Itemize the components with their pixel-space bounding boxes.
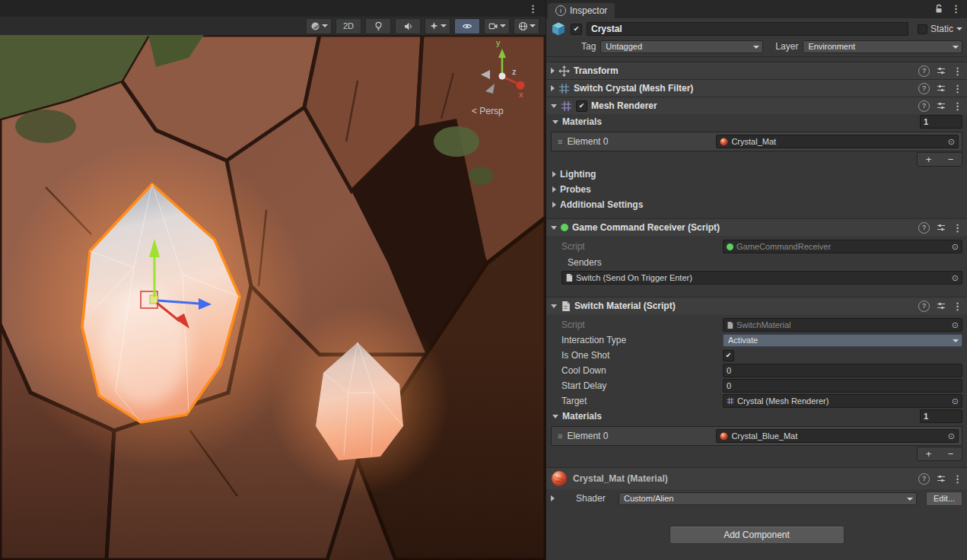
object-picker-icon[interactable]: ⊙ bbox=[952, 397, 959, 406]
more-menu-icon[interactable]: ⋮ bbox=[953, 101, 962, 111]
static-checkbox[interactable] bbox=[918, 24, 927, 34]
tab-inspector[interactable]: i Inspector bbox=[548, 3, 615, 18]
senders-section: Senders bbox=[546, 256, 967, 269]
shader-dropdown[interactable]: Custom/Alien bbox=[619, 492, 917, 505]
inspector-menu-icon[interactable]: ⋮ bbox=[951, 4, 961, 14]
foldout-icon[interactable] bbox=[551, 226, 557, 230]
more-menu-icon[interactable]: ⋮ bbox=[953, 84, 962, 94]
mesh-renderer-enabled-checkbox[interactable]: ✔ bbox=[576, 100, 587, 112]
preset-icon[interactable] bbox=[937, 223, 946, 232]
axis-y-label: y bbox=[496, 38, 501, 47]
layer-dropdown[interactable]: Environment bbox=[803, 40, 962, 53]
more-menu-icon[interactable]: ⋮ bbox=[953, 474, 962, 484]
more-menu-icon[interactable]: ⋮ bbox=[953, 223, 962, 233]
component-header-mesh-renderer[interactable]: ✔ Mesh Renderer ? ⋮ bbox=[546, 97, 967, 114]
draw-mode-button[interactable] bbox=[306, 18, 332, 34]
camera-settings-button[interactable] bbox=[484, 18, 510, 34]
materials-size-field[interactable]: 1 bbox=[920, 115, 962, 129]
script-object-field[interactable]: GameCommandReceiver ⊙ bbox=[723, 240, 962, 253]
component-header-switch-material[interactable]: Switch Material (Script) ? ⋮ bbox=[546, 297, 967, 314]
lighting-toggle-button[interactable] bbox=[365, 18, 391, 34]
materials-foldout[interactable]: Materials 1 bbox=[546, 409, 967, 424]
preset-icon[interactable] bbox=[937, 66, 946, 75]
foldout-icon[interactable] bbox=[551, 68, 555, 74]
help-icon[interactable]: ? bbox=[918, 65, 930, 77]
shader-edit-button[interactable]: Edit... bbox=[926, 492, 962, 506]
additional-settings-foldout[interactable]: Additional Settings bbox=[546, 197, 967, 212]
material-ball-icon bbox=[720, 432, 728, 441]
component-header-mesh-filter[interactable]: Switch Crystal (Mesh Filter) ? ⋮ bbox=[546, 79, 967, 97]
component-header-game-command-receiver[interactable]: Game Command Receiver (Script) ? ⋮ bbox=[546, 218, 967, 236]
add-element-button[interactable]: + bbox=[918, 153, 940, 166]
scene-visibility-button[interactable] bbox=[454, 18, 480, 34]
foldout-icon[interactable] bbox=[552, 415, 558, 418]
object-picker-icon[interactable]: ⊙ bbox=[952, 321, 959, 329]
object-field-value: Crystal_Mat bbox=[731, 137, 776, 146]
target-label: Target bbox=[561, 396, 723, 406]
foldout-icon[interactable] bbox=[551, 104, 557, 108]
script-object-field[interactable]: SwitchMaterial ⊙ bbox=[723, 318, 962, 332]
materials-size-field[interactable]: 1 bbox=[920, 409, 962, 423]
dropdown-value: Custom/Alien bbox=[624, 494, 673, 503]
target-object-field[interactable]: Crystal (Mesh Renderer) ⊙ bbox=[723, 394, 962, 408]
foldout-icon[interactable] bbox=[552, 171, 556, 177]
foldout-icon[interactable] bbox=[552, 120, 558, 124]
add-component-button[interactable]: Add Component bbox=[670, 526, 845, 544]
preset-icon[interactable] bbox=[937, 84, 946, 93]
help-icon[interactable]: ? bbox=[918, 301, 930, 312]
is-one-shot-row: Is One Shot ✔ bbox=[546, 348, 967, 363]
preset-icon[interactable] bbox=[937, 474, 946, 483]
help-icon[interactable]: ? bbox=[918, 100, 930, 112]
gizmos-button[interactable] bbox=[514, 18, 539, 34]
perspective-mode-label[interactable]: < Persp bbox=[472, 106, 504, 116]
chevron-down-icon bbox=[500, 24, 506, 30]
start-delay-input[interactable]: 0 bbox=[723, 379, 962, 393]
component-title: Mesh Renderer bbox=[591, 100, 915, 111]
object-field-value: Crystal (Mesh Renderer) bbox=[737, 396, 829, 406]
cool-down-input[interactable]: 0 bbox=[723, 364, 962, 377]
preset-icon[interactable] bbox=[937, 301, 946, 310]
gameobject-active-checkbox[interactable]: ✔ bbox=[571, 24, 582, 35]
effects-button[interactable] bbox=[425, 18, 450, 34]
more-menu-icon[interactable]: ⋮ bbox=[953, 66, 962, 76]
materials-foldout[interactable]: Materials 1 bbox=[546, 114, 967, 129]
scene-viewport[interactable]: y z x < Persp bbox=[0, 35, 546, 560]
probes-foldout[interactable]: Probes bbox=[546, 182, 967, 197]
material-asset-header[interactable]: Crystal_Mat (Material) ? ⋮ bbox=[546, 467, 967, 489]
sender-object-field[interactable]: Switch (Send On Trigger Enter) ⊙ bbox=[561, 271, 962, 285]
interaction-type-dropdown[interactable]: Activate bbox=[723, 334, 962, 347]
audio-toggle-button[interactable] bbox=[395, 18, 421, 34]
script-green-icon bbox=[727, 243, 733, 250]
add-element-button[interactable]: + bbox=[918, 447, 940, 460]
foldout-icon[interactable] bbox=[551, 495, 555, 501]
object-picker-icon[interactable]: ⊙ bbox=[952, 274, 959, 282]
material-object-field[interactable]: Crystal_Mat ⊙ bbox=[716, 135, 959, 148]
help-icon[interactable]: ? bbox=[918, 83, 930, 94]
component-header-transform[interactable]: Transform ? ⋮ bbox=[546, 62, 967, 79]
object-picker-icon[interactable]: ⊙ bbox=[952, 243, 959, 251]
2d-toggle-button[interactable]: 2D bbox=[336, 18, 361, 34]
material-object-field[interactable]: Crystal_Blue_Mat ⊙ bbox=[716, 429, 959, 443]
foldout-icon[interactable] bbox=[551, 304, 557, 308]
scene-pane-menu-icon[interactable]: ⋮ bbox=[528, 4, 538, 14]
lock-icon[interactable] bbox=[934, 4, 943, 14]
drag-handle-icon[interactable]: ≡ bbox=[558, 431, 562, 441]
drag-handle-icon[interactable]: ≡ bbox=[558, 137, 562, 146]
tag-dropdown[interactable]: Untagged bbox=[600, 40, 763, 53]
foldout-icon[interactable] bbox=[551, 85, 555, 91]
static-dropdown-icon[interactable] bbox=[956, 27, 962, 33]
gameobject-name-field[interactable]: Crystal bbox=[587, 22, 908, 36]
help-icon[interactable]: ? bbox=[918, 222, 930, 234]
preset-icon[interactable] bbox=[937, 101, 946, 110]
more-menu-icon[interactable]: ⋮ bbox=[953, 301, 962, 311]
foldout-icon[interactable] bbox=[552, 186, 556, 192]
remove-element-button[interactable]: − bbox=[940, 153, 962, 166]
object-picker-icon[interactable]: ⊙ bbox=[948, 432, 955, 441]
lighting-foldout[interactable]: Lighting bbox=[546, 167, 967, 182]
foldout-icon[interactable] bbox=[552, 202, 556, 208]
remove-element-button[interactable]: − bbox=[940, 447, 962, 460]
script-label: Script bbox=[561, 241, 723, 252]
help-icon[interactable]: ? bbox=[918, 473, 930, 485]
is-one-shot-checkbox[interactable]: ✔ bbox=[723, 350, 734, 361]
object-picker-icon[interactable]: ⊙ bbox=[948, 138, 955, 146]
